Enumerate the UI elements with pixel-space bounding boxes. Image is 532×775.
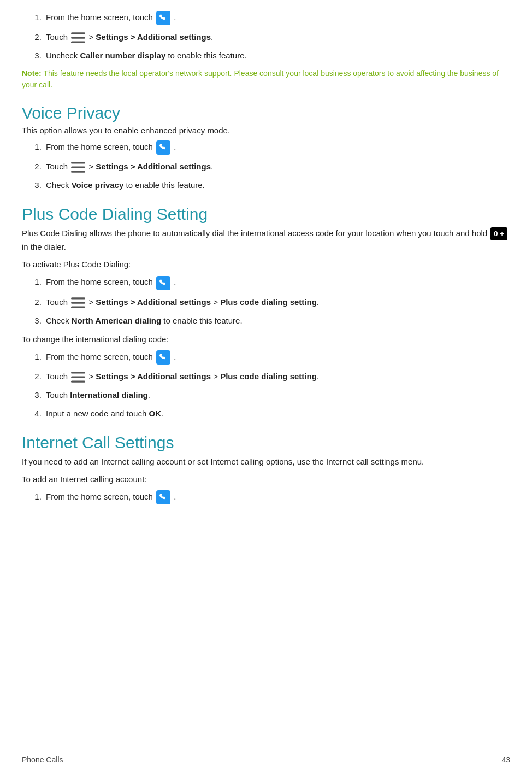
activate-plus-steps: From the home screen, touch . Touch > Se… xyxy=(44,275,510,327)
step-item: Uncheck Caller number display to enable … xyxy=(44,49,510,62)
footer-left: Phone Calls xyxy=(22,755,63,764)
menu-icon xyxy=(71,297,85,308)
note-text: This feature needs the local operator's … xyxy=(22,69,499,89)
menu-icon xyxy=(71,372,85,383)
step-text: Check North American dialing to enable t… xyxy=(46,316,243,325)
step-text-end: . xyxy=(174,13,176,22)
step-text-end: > Settings > Additional settings. xyxy=(88,32,213,42)
step-item: Touch > Settings > Additional settings. xyxy=(44,160,510,173)
step-text-end: . xyxy=(174,492,176,501)
step-item: Input a new code and touch OK. xyxy=(44,407,510,420)
step-text: From the home screen, touch xyxy=(46,492,155,501)
step-text: Touch xyxy=(46,162,70,171)
menu-icon xyxy=(71,32,85,43)
step-text: Input a new code and touch OK. xyxy=(46,409,163,418)
step-text: Touch xyxy=(46,372,70,381)
step-item: Touch > Settings > Additional settings >… xyxy=(44,296,510,309)
step-item: From the home screen, touch . xyxy=(44,490,510,504)
step-item: From the home screen, touch . xyxy=(44,350,510,365)
step-text: Touch xyxy=(46,32,70,42)
phone-icon xyxy=(156,140,170,155)
plus-code-dialing-title: Plus Code Dialing Setting xyxy=(22,205,510,224)
step-item: From the home screen, touch . xyxy=(44,140,510,155)
step-item: Touch > Settings > Additional settings. xyxy=(44,31,510,44)
note-label: Note: xyxy=(22,69,42,78)
step-text: Touch xyxy=(46,297,70,307)
voice-privacy-title: Voice Privacy xyxy=(22,104,510,122)
step-text: From the home screen, touch xyxy=(46,13,155,22)
step-item: From the home screen, touch . xyxy=(44,275,510,290)
internet-call-settings-intro: If you need to add an Internet calling a… xyxy=(22,455,510,468)
voice-privacy-intro: This option allows you to enable enhance… xyxy=(22,126,510,135)
phone-icon xyxy=(156,350,170,365)
step-item: Check North American dialing to enable t… xyxy=(44,314,510,327)
step-text-end: . xyxy=(174,352,176,361)
add-internet-account-label: To add an Internet calling account: xyxy=(22,473,510,486)
internet-call-settings-title: Internet Call Settings xyxy=(22,433,510,452)
step-text: From the home screen, touch xyxy=(46,352,155,361)
phone-icon xyxy=(156,11,170,25)
step-text-end: . xyxy=(174,142,176,151)
step-text: Check Voice privacy to enable this featu… xyxy=(46,180,205,190)
step-text-end: > Settings > Additional settings > Plus … xyxy=(88,297,319,307)
step-item: Touch > Settings > Additional settings >… xyxy=(44,370,510,383)
step-text: From the home screen, touch xyxy=(46,277,155,286)
zero-plus-badge: 0 + xyxy=(490,227,507,241)
phone-icon xyxy=(156,490,170,504)
step-text-end: > Settings > Additional settings > Plus … xyxy=(88,372,319,381)
step-item: Check Voice privacy to enable this featu… xyxy=(44,179,510,192)
step-text: Uncheck Caller number display to enable … xyxy=(46,51,247,60)
step-text-end: . xyxy=(174,277,176,286)
step-item: Touch International dialing. xyxy=(44,389,510,402)
caller-display-steps: From the home screen, touch . Touch > Se… xyxy=(44,11,510,62)
change-intl-steps: From the home screen, touch . Touch > Se… xyxy=(44,350,510,420)
change-intl-label: To change the international dialing code… xyxy=(22,333,510,346)
plus-code-dialing-intro: Plus Code Dialing allows the phone to au… xyxy=(22,227,510,254)
voice-privacy-steps: From the home screen, touch . Touch > Se… xyxy=(44,140,510,192)
add-internet-account-steps: From the home screen, touch . xyxy=(44,490,510,504)
step-text-end: > Settings > Additional settings. xyxy=(88,162,213,171)
footer-right: 43 xyxy=(501,755,510,764)
footer: Phone Calls 43 xyxy=(22,755,510,764)
phone-icon xyxy=(156,276,170,290)
step-text: Touch International dialing. xyxy=(46,390,150,400)
step-item: From the home screen, touch . xyxy=(44,11,510,25)
menu-icon xyxy=(71,162,85,173)
note-block: Note: This feature needs the local opera… xyxy=(22,68,510,91)
activate-plus-label: To activate Plus Code Dialing: xyxy=(22,258,510,271)
step-text: From the home screen, touch xyxy=(46,142,155,151)
